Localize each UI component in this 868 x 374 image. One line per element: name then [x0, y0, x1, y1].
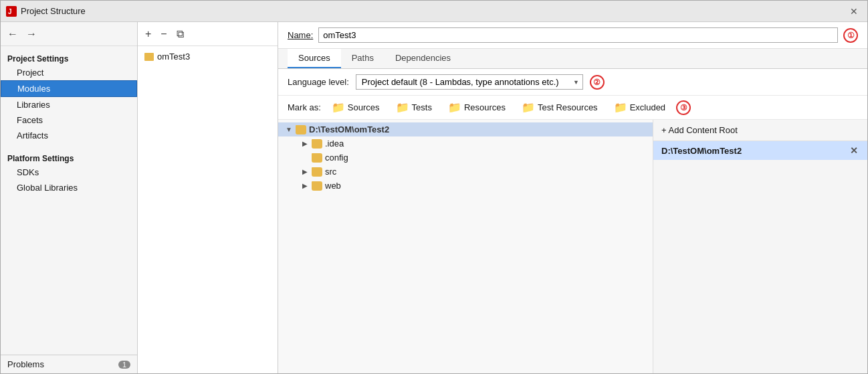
- sidebar-item-sdks[interactable]: SDKs: [1, 165, 137, 180]
- remove-module-button[interactable]: −: [157, 27, 170, 41]
- main-layout: ← → Project Settings Project Modules Lib…: [1, 22, 867, 373]
- idea-folder-icon: [312, 139, 322, 149]
- project-settings-label: Project Settings: [1, 52, 137, 65]
- language-level-label: Language level:: [288, 77, 349, 87]
- root-path: D:\TestOM\omTest2: [309, 124, 389, 134]
- sidebar-nav: Project Settings Project Modules Librari…: [1, 46, 137, 355]
- back-button[interactable]: ←: [5, 27, 21, 41]
- tab-dependencies[interactable]: Dependencies: [385, 49, 461, 68]
- close-button[interactable]: ✕: [846, 5, 862, 18]
- tree-item-idea[interactable]: ▶ .idea: [278, 136, 653, 151]
- excluded-btn-label: Excluded: [630, 102, 665, 112]
- tests-folder-icon: 📁: [396, 101, 409, 114]
- content-root-path: D:\TestOM\omTest2: [661, 146, 742, 156]
- badge-3: ③: [676, 100, 691, 115]
- tree-item-config[interactable]: config: [278, 151, 653, 165]
- sidebar-item-global-libraries[interactable]: Global Libraries: [1, 180, 137, 195]
- root-folder-icon: [296, 125, 306, 134]
- tabs-row: Sources Paths Dependencies: [278, 49, 867, 69]
- add-module-button[interactable]: +: [142, 27, 154, 41]
- problems-section[interactable]: Problems 1: [1, 355, 137, 373]
- module-icon: [144, 53, 154, 61]
- sidebar-item-project[interactable]: Project: [1, 65, 137, 80]
- module-name: omTest3: [157, 52, 190, 62]
- file-tree: ▼ D:\TestOM\omTest2 ▶ .idea: [278, 120, 653, 373]
- window-title: Project Structure: [21, 6, 842, 16]
- resources-btn-label: Resources: [464, 102, 506, 112]
- app-icon: J: [6, 6, 17, 17]
- project-structure-window: J Project Structure ✕ ← → Project Settin…: [0, 0, 868, 374]
- content-root-close-button[interactable]: ✕: [849, 145, 859, 156]
- forward-button[interactable]: →: [23, 27, 39, 41]
- modules-list-panel: + − ⧉ omTest3: [138, 22, 278, 373]
- mark-as-test-resources-button[interactable]: 📁 Test Resources: [516, 100, 603, 115]
- sidebar-item-facets[interactable]: Facets: [1, 112, 137, 128]
- web-folder-icon: [312, 181, 322, 191]
- src-folder-icon: [312, 167, 322, 177]
- tree-root[interactable]: ▼ D:\TestOM\omTest2: [278, 122, 653, 136]
- modules-list: omTest3: [138, 46, 278, 373]
- add-content-root-label: + Add Content Root: [661, 125, 738, 135]
- name-row: Name: ①: [278, 22, 867, 49]
- src-arrow: ▶: [301, 168, 309, 175]
- svg-text:J: J: [8, 8, 12, 15]
- mark-as-excluded-button[interactable]: 📁 Excluded: [609, 100, 671, 115]
- language-select-wrapper: Project default (8 - Lambdas, type annot…: [356, 74, 583, 90]
- idea-arrow: ▶: [301, 140, 309, 147]
- sidebar-item-artifacts[interactable]: Artifacts: [1, 128, 137, 143]
- sources-btn-label: Sources: [348, 102, 380, 112]
- mark-as-label: Mark as:: [288, 102, 321, 112]
- badge-2: ②: [590, 75, 605, 90]
- mark-as-resources-button[interactable]: 📁 Resources: [443, 100, 511, 115]
- idea-label: .idea: [325, 138, 344, 149]
- tab-content: Language level: Project default (8 - Lam…: [278, 69, 867, 373]
- nav-divider: [1, 143, 137, 151]
- platform-settings-label: Platform Settings: [1, 151, 137, 165]
- language-row: Language level: Project default (8 - Lam…: [278, 69, 867, 96]
- config-label: config: [325, 153, 348, 163]
- mark-as-tests-button[interactable]: 📁 Tests: [391, 100, 437, 115]
- mark-as-sources-button[interactable]: 📁 Sources: [326, 100, 385, 115]
- sources-folder-icon: 📁: [332, 101, 345, 114]
- test-resources-folder-icon: 📁: [522, 101, 535, 114]
- name-label: Name:: [288, 30, 313, 40]
- split-pane: ▼ D:\TestOM\omTest2 ▶ .idea: [278, 120, 867, 373]
- titlebar: J Project Structure ✕: [1, 1, 867, 22]
- language-level-select[interactable]: Project default (8 - Lambdas, type annot…: [356, 74, 583, 90]
- problems-label: Problems: [7, 359, 44, 369]
- list-item[interactable]: omTest3: [138, 49, 278, 64]
- tab-sources[interactable]: Sources: [288, 49, 341, 68]
- web-arrow: ▶: [301, 182, 309, 189]
- sidebar-item-modules[interactable]: Modules: [1, 80, 137, 97]
- test-resources-btn-label: Test Resources: [538, 102, 598, 112]
- sidebar: ← → Project Settings Project Modules Lib…: [1, 22, 138, 373]
- name-input[interactable]: [318, 27, 838, 43]
- tree-item-web[interactable]: ▶ web: [278, 179, 653, 193]
- content-root-item: D:\TestOM\omTest2 ✕: [653, 141, 867, 160]
- badge-1: ①: [843, 28, 858, 43]
- tests-btn-label: Tests: [412, 102, 432, 112]
- src-label: src: [325, 167, 336, 177]
- module-settings-panel: Name: ① Sources Paths Dependencies Langu…: [278, 22, 867, 373]
- mark-as-row: Mark as: 📁 Sources 📁 Tests 📁 Resources: [278, 96, 867, 120]
- web-label: web: [325, 181, 341, 191]
- content-roots-panel: + Add Content Root D:\TestOM\omTest2 ✕: [653, 120, 867, 373]
- problems-badge: 1: [118, 361, 130, 369]
- tab-paths[interactable]: Paths: [341, 49, 385, 68]
- config-folder-icon: [312, 153, 322, 163]
- sidebar-toolbar: ← →: [1, 22, 137, 46]
- root-arrow: ▼: [285, 126, 293, 133]
- copy-module-button[interactable]: ⧉: [173, 27, 187, 41]
- tree-item-src[interactable]: ▶ src: [278, 165, 653, 179]
- modules-toolbar: + − ⧉: [138, 22, 278, 46]
- resources-folder-icon: 📁: [448, 101, 461, 114]
- add-content-root-button[interactable]: + Add Content Root: [653, 120, 867, 141]
- sidebar-item-libraries[interactable]: Libraries: [1, 97, 137, 112]
- excluded-folder-icon: 📁: [614, 101, 627, 114]
